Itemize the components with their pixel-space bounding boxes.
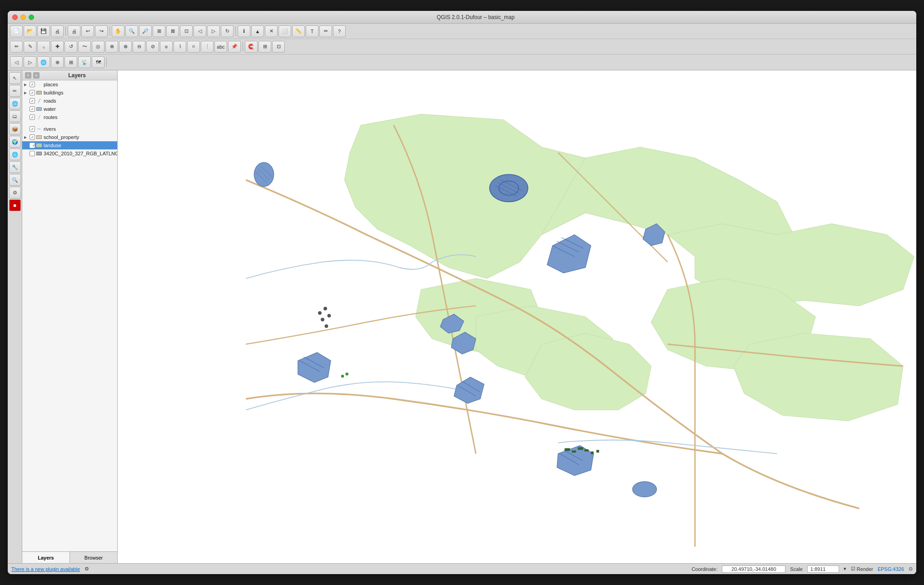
wcs-button[interactable]: 📦 <box>9 123 21 135</box>
scale-dropdown-icon[interactable]: ▾ <box>844 566 846 572</box>
layer-expand-school-property[interactable]: ▶ <box>24 135 30 139</box>
coordinate-value[interactable]: 20.49710,-34.01480 <box>722 565 785 573</box>
layer-item-landuse[interactable]: ▶ ✓ landuse <box>22 141 117 149</box>
layer-checkbox-rivers[interactable] <box>30 126 35 132</box>
print-button[interactable]: 🖨 <box>68 25 80 37</box>
save-as-button[interactable]: 🖨 <box>51 25 64 37</box>
undo-button[interactable]: ↩ <box>81 25 94 37</box>
tab-layers[interactable]: Layers <box>22 552 70 563</box>
zoom-next-button[interactable]: ▷ <box>207 25 220 37</box>
snapping-button[interactable]: 🧲 <box>245 41 258 53</box>
refresh-button[interactable]: ↻ <box>221 25 233 37</box>
close-button[interactable] <box>12 15 18 20</box>
label-button[interactable]: T <box>306 25 318 37</box>
plugin3-button[interactable]: ⚙ <box>9 187 21 198</box>
reshape-button[interactable]: ⊘ <box>146 41 159 53</box>
minimize-button[interactable] <box>20 15 26 20</box>
tab-browser[interactable]: Browser <box>70 552 117 563</box>
fill-ring-button[interactable]: ⊗ <box>119 41 132 53</box>
layer-expand-buildings[interactable]: ▶ <box>24 91 30 95</box>
pan-button[interactable]: ✋ <box>112 25 124 37</box>
layer-item-places[interactable]: ▶ · places <box>22 80 117 89</box>
layer-checkbox-roads[interactable] <box>30 98 35 104</box>
plugin1-button[interactable]: 🔧 <box>9 161 21 173</box>
rotation-icon[interactable]: ⊙ <box>909 566 913 572</box>
simplify-button[interactable]: 〜 <box>78 41 91 53</box>
move-button[interactable]: ✚ <box>51 41 64 53</box>
delete-ring-button[interactable]: ⊖ <box>133 41 145 53</box>
pencil-button[interactable]: ✏ <box>10 41 23 53</box>
zoom-selection-button[interactable]: ⊡ <box>180 25 193 37</box>
layer-item-buildings[interactable]: ▶ buildings <box>22 89 117 97</box>
open-project-button[interactable]: 📂 <box>24 25 36 37</box>
zoom-in-button[interactable]: 🔍 <box>125 25 138 37</box>
layer-item-routes[interactable]: ▶ ╱ routes <box>22 113 117 121</box>
new-project-button[interactable]: 📄 <box>10 25 23 37</box>
layer-item-roads[interactable]: ▶ ╱ roads <box>22 97 117 105</box>
layer-checkbox-landuse[interactable]: ✓ <box>30 143 35 148</box>
plugin-available-link[interactable]: There is a new plugin available <box>11 566 80 572</box>
zoom-layer-button[interactable]: ⊠ <box>166 25 179 37</box>
map-area[interactable] <box>118 70 916 563</box>
zoom-out-button[interactable]: 🔎 <box>139 25 152 37</box>
epsg-button[interactable]: EPSG:4326 <box>878 566 904 572</box>
globe2-button[interactable]: 🌐 <box>9 149 21 160</box>
gps-button[interactable]: 📡 <box>78 56 91 68</box>
scale-value[interactable]: 1:8911 <box>807 565 839 573</box>
select-button[interactable]: ▲ <box>251 25 264 37</box>
edit2-button[interactable]: ✎ <box>24 41 36 53</box>
node-button[interactable]: ⬦ <box>37 41 50 53</box>
render-checkbox[interactable]: ☑ Render <box>851 566 873 572</box>
layer-checkbox-raster[interactable] <box>30 151 35 156</box>
osm-button[interactable]: 🗺 <box>92 56 104 68</box>
layer-checkbox-school-property[interactable] <box>30 134 35 140</box>
layer-checkbox-places[interactable] <box>30 82 35 87</box>
globe-button[interactable]: 🌍 <box>9 136 21 148</box>
layer-item-raster[interactable]: ▶ 3420C_2010_327_RGB_LATLNG <box>22 149 117 158</box>
merge-button[interactable]: ⌗ <box>187 41 200 53</box>
select-location-button[interactable]: ⬜ <box>278 25 291 37</box>
split-button[interactable]: ⌇ <box>174 41 186 53</box>
help-button[interactable]: ? <box>333 25 346 37</box>
layers-menu-icon[interactable]: ≡ <box>33 72 40 79</box>
plugin4-button[interactable]: ■ <box>9 199 21 211</box>
zoom-last-button[interactable]: ◁ <box>194 25 206 37</box>
coord-capture-button[interactable]: ⊕ <box>51 56 64 68</box>
wms-button[interactable]: 🌐 <box>9 98 21 109</box>
label-place-button[interactable]: abc <box>214 41 227 53</box>
plugin-settings-icon[interactable]: ⚙ <box>84 566 89 572</box>
layers-panel-title: Layers <box>68 72 86 79</box>
layers-collapse-icon[interactable]: × <box>25 72 31 79</box>
measure-button[interactable]: 📏 <box>292 25 305 37</box>
forward-button[interactable]: ▷ <box>24 56 36 68</box>
layer-item-water[interactable]: ▶ water <box>22 105 117 113</box>
layer-checkbox-routes[interactable] <box>30 114 35 120</box>
zoom-full-button[interactable]: ⊞ <box>153 25 165 37</box>
save-project-button[interactable]: 💾 <box>37 25 50 37</box>
arrow-tool-button[interactable]: ↖ <box>9 72 21 84</box>
add-part-button[interactable]: ⊕ <box>105 41 118 53</box>
back-button[interactable]: ◁ <box>10 56 23 68</box>
offset-button[interactable]: ≡ <box>160 41 173 53</box>
browser-button[interactable]: 🌐 <box>37 56 50 68</box>
label-pin-button[interactable]: 📌 <box>228 41 241 53</box>
identify-button[interactable]: ℹ <box>238 25 250 37</box>
plugin2-button[interactable]: 🔍 <box>9 174 21 186</box>
snapping2-button[interactable]: ⊡ <box>272 41 285 53</box>
digitize-button[interactable]: ✏ <box>9 85 21 97</box>
maximize-button[interactable] <box>29 15 34 20</box>
vertex-button[interactable]: ⋮ <box>201 41 214 53</box>
layer-item-school-property[interactable]: ▶ school_property <box>22 133 117 141</box>
topological-button[interactable]: ⊞ <box>258 41 271 53</box>
redo-button[interactable]: ↪ <box>95 25 108 37</box>
edit-button[interactable]: ✏ <box>319 25 332 37</box>
georef-button[interactable]: ⊞ <box>65 56 77 68</box>
layer-expand-places[interactable]: ▶ <box>24 83 30 87</box>
layer-checkbox-water[interactable] <box>30 106 35 112</box>
wfs-button[interactable]: 🗂 <box>9 110 21 122</box>
add-ring-button[interactable]: ◎ <box>92 41 104 53</box>
layer-item-rivers[interactable]: ▶ 〜 rivers <box>22 125 117 133</box>
deselect-button[interactable]: ✕ <box>265 25 278 37</box>
rotate-button[interactable]: ↺ <box>65 41 77 53</box>
layer-checkbox-buildings[interactable] <box>30 90 35 95</box>
